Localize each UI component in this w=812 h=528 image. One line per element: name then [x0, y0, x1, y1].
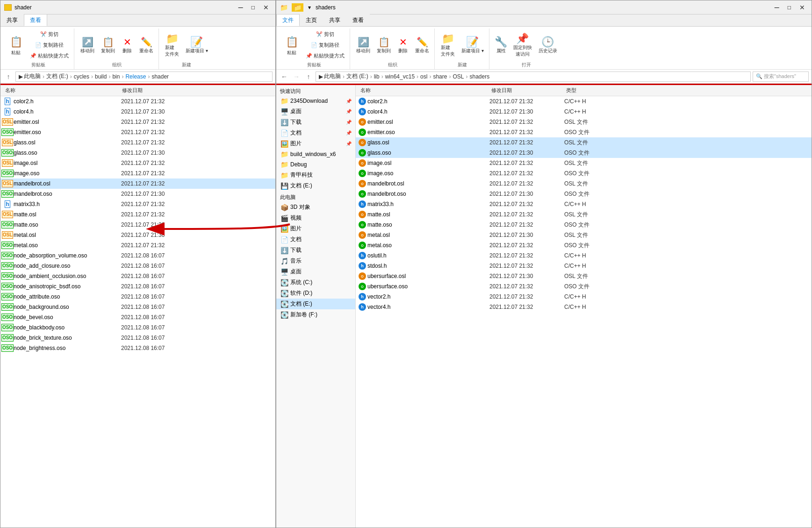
- left-file-item[interactable]: OSO emitter.oso 2021.12.07 21:32: [0, 127, 275, 137]
- sidebar-item[interactable]: 🖥️ 桌面 📌: [276, 106, 355, 117]
- sidebar-item[interactable]: 📁 Debug: [276, 159, 355, 170]
- right-newitem-btn[interactable]: 📝 新建项目 ▾: [459, 35, 486, 56]
- minimize-btn-right[interactable]: ─: [772, 4, 782, 11]
- right-moveto-btn[interactable]: ↗️ 移动到: [354, 35, 373, 56]
- left-file-item[interactable]: OSO node_brightness.oso 2021.12.08 16:07: [0, 343, 275, 353]
- left-tab-view[interactable]: 查看: [24, 14, 47, 26]
- left-file-item[interactable]: h matrix33.h 2021.12.07 21:32: [0, 199, 275, 209]
- right-file-item[interactable]: h matrix33.h 2021.12.07 21:32 C/C++ H: [356, 199, 812, 209]
- sidebar-item[interactable]: ⬇️ 下载: [276, 245, 355, 256]
- maximize-btn-left[interactable]: □: [249, 4, 258, 11]
- right-file-item[interactable]: O emitter.oso 2021.12.07 21:32 OSO 文件: [356, 127, 812, 137]
- left-file-item[interactable]: OSO glass.oso 2021.12.07 21:30: [0, 148, 275, 158]
- sidebar-item[interactable]: 📦 3D 对象: [276, 202, 355, 213]
- left-file-item[interactable]: h color4.h 2021.12.07 21:30: [0, 107, 275, 117]
- left-file-item[interactable]: OSO node_background.oso 2021.12.08 16:07: [0, 302, 275, 312]
- left-file-item[interactable]: OSL matte.osl 2021.12.07 21:32: [0, 209, 275, 220]
- right-nav-forward[interactable]: →: [291, 71, 302, 82]
- right-file-item[interactable]: O matte.osl 2021.12.07 21:32 OSL 文件: [356, 209, 812, 220]
- right-file-item[interactable]: O metal.osl 2021.12.07 21:30 OSL 文件: [356, 230, 812, 240]
- right-file-item[interactable]: O image.oso 2021.12.07 21:32 OSO 文件: [356, 168, 812, 178]
- right-delete-btn[interactable]: ✕ 删除: [395, 35, 411, 56]
- right-nav-up[interactable]: ↑: [303, 71, 314, 82]
- right-tab-home[interactable]: 主页: [300, 14, 323, 26]
- sidebar-item[interactable]: 🎬 视频: [276, 213, 355, 223]
- left-file-item[interactable]: OSO node_bevel.oso 2021.12.08 16:07: [0, 312, 275, 322]
- right-file-item[interactable]: h color2.h 2021.12.07 21:32 C/C++ H: [356, 96, 812, 107]
- sidebar-item[interactable]: 💽 系统 (C:): [276, 277, 355, 288]
- right-properties-btn[interactable]: 🔧 属性: [493, 35, 509, 56]
- right-header-type[interactable]: 类型: [564, 87, 620, 94]
- left-file-item[interactable]: OSL metal.osl 2021.12.07 21:30: [0, 230, 275, 240]
- left-file-item[interactable]: OSO node_attribute.oso 2021.12.08 16:07: [0, 292, 275, 302]
- sidebar-item[interactable]: 📁 青甲科技: [276, 170, 355, 180]
- left-copypath-btn[interactable]: 📄 复制路径: [28, 40, 71, 50]
- left-newfolder-btn[interactable]: 📁 新建文件夹: [163, 32, 181, 59]
- sidebar-item[interactable]: 🎵 音乐: [276, 256, 355, 266]
- right-header-date[interactable]: 修改日期: [489, 87, 564, 94]
- sidebar-item[interactable]: 📄 文档 📌: [276, 128, 355, 138]
- left-file-item[interactable]: OSO mandelbrot.oso 2021.12.07 21:30: [0, 189, 275, 199]
- left-file-item[interactable]: OSO matte.oso 2021.12.07 21:32: [0, 220, 275, 230]
- right-pin-btn[interactable]: 📌 固定到快速访问: [511, 32, 534, 59]
- left-file-item[interactable]: OSO node_blackbody.oso 2021.12.08 16:07: [0, 322, 275, 333]
- right-file-item[interactable]: h stdosl.h 2021.12.07 21:32 C/C++ H: [356, 261, 812, 271]
- right-file-item[interactable]: O mandelbrot.oso 2021.12.07 21:30 OSO 文件: [356, 189, 812, 199]
- right-nav-back[interactable]: ←: [279, 71, 289, 82]
- right-file-item[interactable]: O image.osl 2021.12.07 21:32 OSL 文件: [356, 158, 812, 168]
- left-file-item[interactable]: h color2.h 2021.12.07 21:32: [0, 96, 275, 107]
- left-file-item[interactable]: OSL mandelbrot.osl 2021.12.07 21:32: [0, 178, 275, 189]
- left-header-date[interactable]: 修改日期: [120, 87, 204, 94]
- maximize-btn-right[interactable]: □: [785, 4, 794, 11]
- right-copyto-btn[interactable]: 📋 复制到: [374, 35, 393, 56]
- close-btn-right[interactable]: ✕: [797, 4, 808, 11]
- right-tab-view[interactable]: 查看: [346, 14, 370, 26]
- right-paste-btn[interactable]: 📋 粘贴: [281, 32, 302, 58]
- left-header-name[interactable]: 名称: [3, 87, 120, 94]
- left-file-item[interactable]: OSL glass.osl 2021.12.07 21:32: [0, 137, 275, 148]
- right-file-item[interactable]: O metal.oso 2021.12.07 21:32 OSO 文件: [356, 240, 812, 250]
- left-moveto-btn[interactable]: ↗️ 移动到: [78, 35, 97, 56]
- right-file-item[interactable]: O emitter.osl 2021.12.07 21:32 OSL 文件: [356, 117, 812, 127]
- sidebar-item[interactable]: 🖼️ 图片 📌: [276, 138, 355, 149]
- right-tab-file[interactable]: 文件: [276, 14, 300, 26]
- minimize-btn-left[interactable]: ─: [236, 4, 246, 11]
- left-file-item[interactable]: OSO node_add_closure.oso 2021.12.08 16:0…: [0, 261, 275, 271]
- left-cut-btn[interactable]: ✂️ 剪切: [28, 29, 71, 39]
- right-file-item[interactable]: O matte.oso 2021.12.07 21:32 OSO 文件: [356, 220, 812, 230]
- right-search-box[interactable]: 🔍 搜索"shaders": [753, 71, 809, 82]
- right-rename-btn[interactable]: ✏️ 重命名: [413, 35, 431, 56]
- right-pasteshortcut-btn[interactable]: 📌 粘贴快捷方式: [303, 51, 347, 61]
- left-tab-share[interactable]: 共享: [0, 14, 24, 26]
- sidebar-item[interactable]: 🖥️ 桌面: [276, 266, 355, 277]
- sidebar-item[interactable]: 💽 新加卷 (F:): [276, 309, 355, 320]
- left-pasteshortcut-btn[interactable]: 📌 粘贴快捷方式: [28, 51, 71, 61]
- right-cut-btn[interactable]: ✂️ 剪切: [303, 29, 347, 39]
- left-file-item[interactable]: OSO node_absorption_volume.oso 2021.12.0…: [0, 250, 275, 261]
- left-newitem-btn[interactable]: 📝 新建项目 ▾: [183, 35, 210, 56]
- right-tab-share[interactable]: 共享: [323, 14, 346, 26]
- sidebar-item[interactable]: 💽 软件 (D:): [276, 288, 355, 299]
- left-file-item[interactable]: OSO metal.oso 2021.12.07 21:32: [0, 240, 275, 250]
- left-address-path[interactable]: ▶ 此电脑 › 文档 (E:) › cycles › build › bin ›…: [15, 71, 273, 82]
- right-header-name[interactable]: 名称: [359, 87, 489, 94]
- sidebar-item[interactable]: 💾 文档 (E:): [276, 180, 355, 191]
- left-paste-btn[interactable]: 📋 粘贴: [5, 32, 27, 58]
- left-file-item[interactable]: OSO node_ambient_occlusion.oso 2021.12.0…: [0, 271, 275, 281]
- right-file-item[interactable]: O glass.osl 2021.12.07 21:32 OSL 文件: [356, 137, 812, 148]
- sidebar-item[interactable]: ⬇️ 下载 📌: [276, 117, 355, 128]
- sidebar-item[interactable]: 📁 build_windows_x6: [276, 149, 355, 159]
- left-nav-up[interactable]: ↑: [3, 71, 14, 82]
- right-history-btn[interactable]: 🕒 历史记录: [536, 35, 560, 56]
- right-file-item[interactable]: h vector4.h 2021.12.07 21:32 C/C++ H: [356, 302, 812, 312]
- left-file-item[interactable]: OSL emitter.osl 2021.12.07 21:32: [0, 117, 275, 127]
- sidebar-item[interactable]: 💽 文档 (E:): [276, 299, 355, 309]
- right-file-item[interactable]: h color4.h 2021.12.07 21:30 C/C++ H: [356, 107, 812, 117]
- left-delete-btn[interactable]: ✕ 删除: [119, 35, 135, 56]
- right-file-item[interactable]: O ubersurface.oso 2021.12.07 21:32 OSO 文…: [356, 281, 812, 292]
- right-address-path[interactable]: ▶ 此电脑 › 文档 (E:) › lib › win64_vc15 › osl…: [316, 71, 751, 82]
- right-file-item[interactable]: h vector2.h 2021.12.07 21:32 C/C++ H: [356, 292, 812, 302]
- left-file-item[interactable]: OSO image.oso 2021.12.07 21:32: [0, 168, 275, 178]
- sidebar-item[interactable]: 📄 文档: [276, 234, 355, 245]
- left-file-item[interactable]: OSL image.osl 2021.12.07 21:32: [0, 158, 275, 168]
